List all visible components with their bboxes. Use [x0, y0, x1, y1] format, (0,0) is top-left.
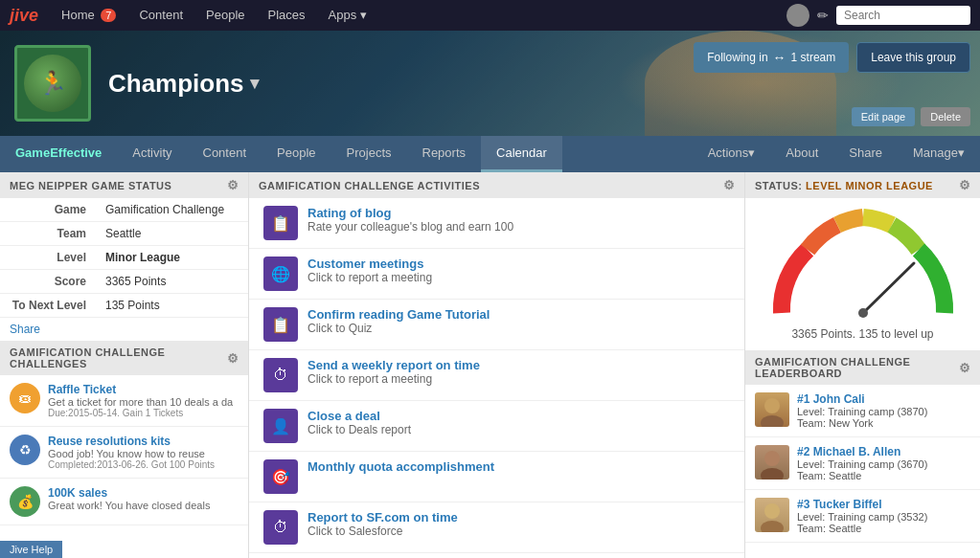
activity-title[interactable]: Close a deal [308, 409, 411, 423]
nav-share[interactable]: Share [833, 136, 898, 172]
middle-panel: GAMIFICATION CHALLENGE ACTIVITIES ⚙ 📋 Ra… [249, 172, 745, 558]
challenge-title[interactable]: 100K sales [48, 486, 210, 500]
list-item: 🎯 Monthly quota accomplishment [249, 452, 744, 502]
game-status-table: Game Gamification Challenge Team Seattle… [0, 198, 248, 318]
left-panel: MEG NEIPPER GAME STATUS ⚙ Game Gamificat… [0, 172, 249, 558]
svg-point-3 [761, 415, 784, 427]
activity-icon: 📋 [263, 206, 298, 240]
activity-desc: Click to report a meeting [308, 271, 432, 284]
challenges-gear-icon[interactable]: ⚙ [227, 351, 239, 366]
lb-level: Level: Training camp (3870) [797, 406, 927, 417]
nav-reports[interactable]: Reports [407, 136, 482, 172]
challenge-due: Completed:2013-06-26. Got 100 Points [48, 459, 215, 470]
table-row: Team Seattle [0, 222, 248, 246]
nav-content[interactable]: Content [131, 0, 191, 31]
lb-info: #2 Michael B. Allen Level: Training camp… [797, 445, 927, 481]
lb-level: Level: Training camp (3532) [797, 511, 927, 523]
following-stream-button[interactable]: Following in ↔ 1 stream [694, 42, 849, 73]
leaderboard-gear-icon[interactable]: ⚙ [959, 361, 971, 375]
activity-title[interactable]: Customer meetings [308, 257, 432, 271]
activity-title[interactable]: Confirm reading Game Tutorial [308, 307, 490, 322]
lb-name[interactable]: #2 Michael B. Allen [797, 445, 927, 458]
nav-people[interactable]: People [262, 136, 330, 172]
nav-places[interactable]: Places [261, 0, 313, 31]
nav-about[interactable]: About [770, 136, 833, 172]
nav-home[interactable]: Home 7 [54, 0, 124, 31]
lb-level: Level: Training camp (3670) [797, 458, 927, 470]
lb-team: Team: Seattle [797, 523, 927, 534]
hero-banner: 🏃 Champions ▾ Following in ↔ 1 stream Le… [0, 31, 980, 136]
activity-icon: 👤 [263, 409, 298, 443]
group-navigation: GameEffective Activity Content People Pr… [0, 136, 980, 172]
table-row: Game Gamification Challenge [0, 198, 248, 222]
nav-calendar[interactable]: Calendar [481, 136, 562, 172]
challenge-desc: Great work! You have closed deals [48, 500, 210, 511]
gauge-points-text: 3365 Points. 135 to level up [760, 327, 966, 341]
top-navigation: jive Home 7 Content People Places Apps ▾… [0, 0, 980, 31]
nav-projects[interactable]: Projects [331, 136, 407, 172]
lb-avatar [755, 392, 789, 427]
list-item: ⏱ Report to SF.com on timeClick to Sales… [249, 502, 744, 553]
challenge-title[interactable]: Raffle Ticket [48, 383, 233, 396]
lb-info: #1 John Cali Level: Training camp (3870)… [797, 392, 927, 429]
nav-activity[interactable]: Activity [117, 136, 187, 172]
lb-avatar [755, 498, 789, 532]
activity-desc: Rate your colleague's blog and earn 100 [308, 220, 513, 234]
group-nav-left: GameEffective Activity Content People Pr… [0, 136, 562, 172]
list-item: 👤 Close a dealClick to Deals report [249, 401, 744, 452]
lb-avatar [755, 445, 789, 480]
user-avatar[interactable] [786, 4, 809, 27]
challenge-info: Raffle Ticket Get a ticket for more than… [48, 383, 233, 418]
lb-name[interactable]: #3 Tucker Biffel [797, 498, 927, 511]
lb-team: Team: New York [797, 417, 927, 429]
challenge-info: Reuse resolutions kits Good job! You kno… [48, 435, 215, 470]
jive-help-bar[interactable]: Jive Help [0, 541, 62, 558]
pencil-icon[interactable]: ✏ [817, 8, 829, 23]
share-link[interactable]: Share [0, 318, 248, 341]
nav-apps[interactable]: Apps ▾ [321, 0, 375, 31]
challenge-info: 100K sales Great work! You have closed d… [48, 486, 210, 511]
search-input[interactable] [836, 6, 970, 25]
svg-point-2 [764, 398, 780, 413]
status-panel-header: MEG NEIPPER GAME STATUS ⚙ [0, 172, 248, 198]
right-panel: STATUS: LEVEL MINOR LEAGUE ⚙ [745, 172, 980, 558]
activity-desc: Click to report a meeting [308, 372, 480, 386]
activity-title[interactable]: Send a weekly report on time [308, 358, 480, 372]
activity-title[interactable]: Monthly quota accomplishment [308, 459, 494, 474]
challenge-title[interactable]: Reuse resolutions kits [48, 435, 215, 448]
activity-icon: 🎯 [263, 459, 298, 494]
group-nav-right: Actions ▾ About Share Manage ▾ [693, 136, 980, 172]
delete-button[interactable]: Delete [921, 107, 970, 126]
nav-content[interactable]: Content [188, 136, 262, 172]
list-item: 📋 Confirm reading Game TutorialClick to … [249, 300, 744, 350]
activity-icon: ⏱ [263, 358, 298, 392]
leave-group-button[interactable]: Leave this group [856, 42, 970, 73]
svg-point-6 [764, 503, 780, 519]
activity-title[interactable]: Rating of blog [308, 206, 513, 220]
lb-info: #3 Tucker Biffel Level: Training camp (3… [797, 498, 927, 534]
status-right-gear-icon[interactable]: ⚙ [959, 178, 971, 192]
nav-gameff[interactable]: GameEffective [0, 136, 117, 172]
group-logo: 🏃 [14, 45, 91, 122]
challenge-due: Due:2015-05-14. Gain 1 Tickets [48, 408, 233, 418]
activity-icon: ⏱ [263, 510, 298, 545]
group-dropdown-icon[interactable]: ▾ [250, 73, 259, 94]
nav-people[interactable]: People [198, 0, 252, 31]
activity-desc: Click to Deals report [308, 423, 411, 436]
nav-manage[interactable]: Manage ▾ [898, 136, 980, 172]
nav-actions[interactable]: Actions ▾ [693, 136, 771, 172]
edit-page-button[interactable]: Edit page [852, 107, 915, 126]
list-item: #1 John Cali Level: Training camp (3870)… [745, 385, 980, 437]
svg-line-0 [863, 263, 914, 313]
activity-title[interactable]: Report to SF.com on time [308, 510, 458, 525]
challenge-desc: Good job! You know how to reuse [48, 448, 215, 459]
activities-gear-icon[interactable]: ⚙ [723, 178, 736, 192]
list-item: 🎟 Raffle Ticket Get a ticket for more th… [0, 375, 248, 427]
gauge-chart [763, 208, 964, 323]
list-item: #2 Michael B. Allen Level: Training camp… [745, 437, 980, 490]
lb-team: Team: Seattle [797, 470, 927, 481]
challenges-panel-header: GAMIFICATION CHALLENGE CHALLENGES ⚙ [0, 341, 248, 375]
status-right-header: STATUS: LEVEL MINOR LEAGUE ⚙ [745, 172, 980, 198]
status-gear-icon[interactable]: ⚙ [227, 178, 239, 192]
lb-name[interactable]: #1 John Cali [797, 392, 927, 406]
